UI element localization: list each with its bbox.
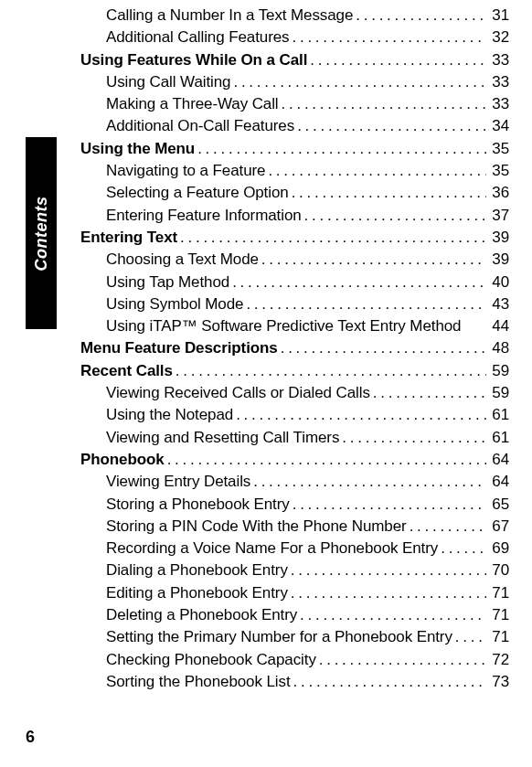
toc-entry-label: Viewing and Resetting Call Timers bbox=[106, 427, 339, 449]
toc-entry-label: Selecting a Feature Option bbox=[106, 182, 289, 204]
toc-entry-page: 34 bbox=[489, 115, 509, 137]
toc-entry-label: Using the Notepad bbox=[106, 404, 233, 426]
toc-entry: Viewing Received Calls or Dialed Calls59 bbox=[80, 382, 509, 404]
toc-leader-dots bbox=[233, 71, 486, 93]
document-page: Contents Calling a Number In a Text Mess… bbox=[0, 0, 532, 767]
toc-entry: Storing a PIN Code With the Phone Number… bbox=[80, 516, 509, 538]
toc-entry-page: 71 bbox=[489, 604, 509, 626]
toc-entry-label: Calling a Number In a Text Message bbox=[106, 5, 353, 27]
toc-entry-page: 36 bbox=[489, 182, 509, 204]
toc-entry: Additional On-Call Features34 bbox=[80, 115, 509, 137]
toc-leader-dots bbox=[293, 494, 486, 516]
toc-entry-page: 65 bbox=[489, 494, 509, 516]
toc-entry-page: 61 bbox=[489, 427, 509, 449]
toc-leader-dots bbox=[167, 449, 486, 471]
toc-entry-page: 48 bbox=[489, 337, 509, 359]
toc-entry-page: 35 bbox=[489, 138, 509, 160]
side-tab: Contents bbox=[26, 137, 57, 329]
toc-entry: Using iTAP™ Software Predictive Text Ent… bbox=[80, 315, 509, 337]
toc-entry: Entering Feature Information37 bbox=[80, 205, 509, 227]
toc-leader-dots bbox=[297, 115, 486, 137]
toc-entry-label: Menu Feature Descriptions bbox=[80, 337, 278, 359]
toc-entry: Deleting a Phonebook Entry71 bbox=[80, 604, 509, 626]
toc-leader-dots bbox=[455, 626, 486, 648]
toc-leader-dots bbox=[180, 227, 486, 249]
toc-entry-label: Setting the Primary Number for a Phonebo… bbox=[106, 626, 452, 648]
toc-entry: Using Features While On a Call33 bbox=[80, 49, 509, 71]
toc-entry: Storing a Phonebook Entry65 bbox=[80, 494, 509, 516]
toc-entry: Calling a Number In a Text Message31 bbox=[80, 5, 509, 27]
toc-leader-dots bbox=[291, 559, 486, 581]
toc-entry-label: Entering Text bbox=[80, 227, 177, 249]
toc-entry: Setting the Primary Number for a Phonebo… bbox=[80, 626, 509, 648]
toc-leader-dots bbox=[176, 360, 486, 382]
toc-entry: Using Call Waiting33 bbox=[80, 71, 509, 93]
toc-entry-label: Recent Calls bbox=[80, 360, 173, 382]
toc-entry: Using Symbol Mode43 bbox=[80, 293, 509, 315]
toc-entry: Menu Feature Descriptions48 bbox=[80, 337, 509, 359]
toc-entry: Using the Notepad61 bbox=[80, 404, 509, 426]
toc-entry-page: 35 bbox=[489, 160, 509, 182]
toc-entry-page: 33 bbox=[489, 71, 509, 93]
toc-entry-label: Using Symbol Mode bbox=[106, 293, 243, 315]
toc-entry-page: 40 bbox=[489, 272, 509, 293]
toc-leader-dots bbox=[342, 427, 486, 449]
toc-leader-dots bbox=[253, 471, 486, 493]
toc-entry-label: Dialing a Phonebook Entry bbox=[106, 559, 288, 581]
toc-entry-page: 59 bbox=[489, 360, 509, 382]
toc-entry-page: 39 bbox=[489, 227, 509, 249]
toc-entry-page: 44 bbox=[489, 315, 509, 337]
toc-entry: Sorting the Phonebook List73 bbox=[80, 671, 509, 693]
toc-leader-dots bbox=[268, 160, 486, 182]
toc-entry-page: 71 bbox=[489, 626, 509, 648]
toc-entry-page: 64 bbox=[489, 471, 509, 493]
toc-leader-dots bbox=[319, 649, 486, 671]
toc-entry: Viewing Entry Details64 bbox=[80, 471, 509, 493]
toc-entry-page: 73 bbox=[489, 671, 509, 693]
toc-entry-label: Making a Three-Way Call bbox=[106, 93, 279, 115]
toc-entry-label: Using Features While On a Call bbox=[80, 49, 307, 71]
toc-entry: Additional Calling Features32 bbox=[80, 27, 509, 48]
toc-leader-dots bbox=[304, 205, 486, 227]
toc-entry-page: 43 bbox=[489, 293, 509, 315]
toc-entry: Dialing a Phonebook Entry70 bbox=[80, 559, 509, 581]
side-tab-label: Contents bbox=[32, 196, 51, 271]
toc-entry-page: 39 bbox=[489, 249, 509, 271]
toc-entry-label: Using iTAP™ Software Predictive Text Ent… bbox=[106, 315, 461, 337]
toc-leader-dots bbox=[236, 404, 486, 426]
toc-entry-label: Using Tap Method bbox=[106, 272, 229, 293]
toc-entry-label: Sorting the Phonebook List bbox=[106, 671, 291, 693]
toc-entry-label: Additional On-Call Features bbox=[106, 115, 294, 137]
toc-entry-page: 69 bbox=[489, 538, 509, 559]
toc-entry-page: 70 bbox=[489, 559, 509, 581]
toc-entry-page: 61 bbox=[489, 404, 509, 426]
toc-entry-page: 67 bbox=[489, 516, 509, 538]
toc-leader-dots bbox=[232, 272, 486, 293]
toc-entry-label: Recording a Voice Name For a Phonebook E… bbox=[106, 538, 438, 559]
toc-leader-dots bbox=[310, 49, 486, 71]
toc-entry-label: Checking Phonebook Capacity bbox=[106, 649, 316, 671]
toc-leader-dots bbox=[261, 249, 486, 271]
toc-leader-dots bbox=[246, 293, 486, 315]
toc-entry-label: Editing a Phonebook Entry bbox=[106, 582, 288, 604]
page-number: 6 bbox=[26, 728, 35, 747]
toc-entry-page: 32 bbox=[489, 27, 509, 48]
toc-content: Calling a Number In a Text Message31Addi… bbox=[80, 5, 509, 717]
toc-leader-dots bbox=[410, 516, 486, 538]
toc-entry-page: 33 bbox=[489, 93, 509, 115]
toc-entry: Recent Calls59 bbox=[80, 360, 509, 382]
toc-entry: Entering Text39 bbox=[80, 227, 509, 249]
toc-entry-page: 37 bbox=[489, 205, 509, 227]
toc-entry-label: Storing a PIN Code With the Phone Number bbox=[106, 516, 407, 538]
toc-entry-label: Additional Calling Features bbox=[106, 27, 289, 48]
toc-entry: Navigating to a Feature35 bbox=[80, 160, 509, 182]
toc-leader-dots bbox=[291, 582, 486, 604]
toc-entry-page: 59 bbox=[489, 382, 509, 404]
toc-entry: Recording a Voice Name For a Phonebook E… bbox=[80, 538, 509, 559]
toc-leader-dots bbox=[282, 93, 486, 115]
toc-entry-label: Entering Feature Information bbox=[106, 205, 302, 227]
toc-leader-dots bbox=[293, 671, 486, 693]
toc-leader-dots bbox=[441, 538, 486, 559]
toc-entry: Viewing and Resetting Call Timers61 bbox=[80, 427, 509, 449]
toc-entry-page: 64 bbox=[489, 449, 509, 471]
